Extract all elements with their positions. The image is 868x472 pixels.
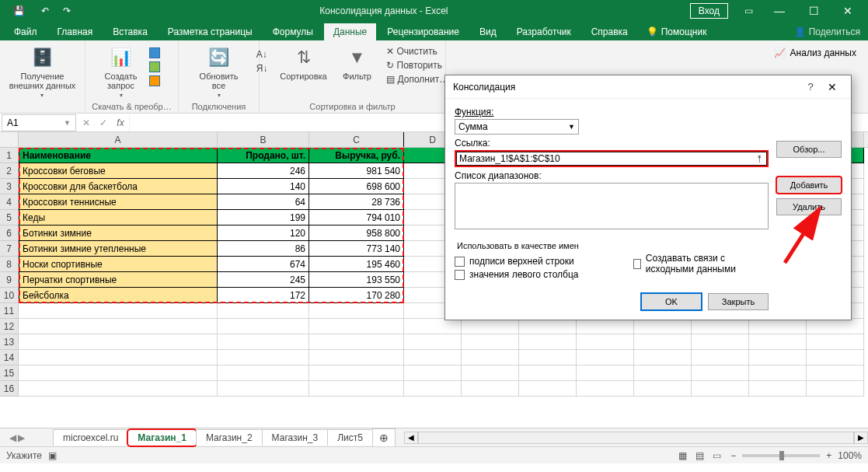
col-header[interactable]: C [309,132,404,147]
row-header[interactable]: 10 [0,288,19,303]
cell[interactable] [404,334,462,350]
cell[interactable] [19,365,218,381]
ribbon-options-icon[interactable]: ▭ [734,5,762,16]
function-select[interactable]: Сумма ▼ [455,119,579,135]
normal-view-icon[interactable]: ▦ [675,449,690,462]
cell[interactable] [634,381,692,397]
row-header[interactable]: 11 [0,303,19,319]
cell[interactable]: 199 [218,210,309,226]
cell[interactable]: 86 [218,241,309,257]
cell[interactable] [309,365,404,381]
cell[interactable] [807,334,864,350]
new-query-button[interactable]: 📊 Создать запрос ▾ [103,44,140,100]
cell[interactable] [404,365,462,381]
cell[interactable]: Бейсболка [19,288,218,303]
sheet-tab[interactable]: Магазин_2 [196,429,263,446]
row-header[interactable]: 9 [0,272,19,288]
sort-button[interactable]: ⇅ Сортировка [277,44,330,82]
cell[interactable]: Ботинки зимние утепленные [19,241,218,257]
data-analysis-button[interactable]: 📈 Анализ данных [770,45,860,61]
cell[interactable] [577,319,634,334]
col-header[interactable]: B [218,132,309,147]
cell[interactable] [309,303,404,319]
cell[interactable] [309,334,404,350]
cell[interactable]: Носки спортивные [19,257,218,272]
row-header[interactable]: 1 [0,148,19,163]
tab-scroll-left-icon[interactable]: ◀ [9,432,16,443]
row-header[interactable]: 13 [0,334,19,350]
cell[interactable] [19,319,218,334]
tab-insert[interactable]: Вставка [103,23,157,40]
cell[interactable]: Кроссовки теннисные [19,194,218,210]
macro-record-icon[interactable]: ▣ [48,450,57,461]
maximize-button[interactable]: ☐ [797,0,831,22]
cell[interactable]: 28 736 [309,194,404,210]
cell[interactable]: Кеды [19,210,218,226]
get-external-data-button[interactable]: 🗄️ Получение внешних данных ▾ [8,44,78,100]
collapse-dialog-icon[interactable]: ⭱ [755,154,764,163]
sheet-tab[interactable]: Магазин_3 [262,429,329,446]
browse-button[interactable]: Обзор... [776,141,842,158]
top-row-checkbox[interactable]: подписи верхней строки [455,256,610,267]
assistant-button[interactable]: 💡Помощник [639,23,715,40]
cell[interactable] [692,319,749,334]
cell[interactable]: Продано, шт. [218,148,309,163]
cell[interactable] [577,381,634,397]
cell[interactable] [309,381,404,397]
cell[interactable] [462,319,519,334]
enter-formula-icon[interactable]: ✓ [95,117,112,128]
cell[interactable]: 246 [218,163,309,179]
share-button[interactable]: 👤 Поделиться [786,23,868,40]
cell[interactable] [218,303,309,319]
cell[interactable] [807,365,864,381]
add-button[interactable]: Добавить [776,177,842,194]
zoom-in-icon[interactable]: + [826,450,831,461]
cell[interactable]: 698 600 [309,179,404,194]
cell[interactable] [462,381,519,397]
left-col-checkbox[interactable]: значения левого столбца [455,269,610,280]
qat-redo-icon[interactable]: ↷ [56,5,78,16]
cell[interactable]: Кроссовки для баскетбола [19,179,218,194]
tab-scroll-right-icon[interactable]: ▶ [18,432,25,443]
clear-filter-button[interactable]: ✕ Очистить [385,45,451,58]
cell[interactable] [404,319,462,334]
tab-help[interactable]: Справка [582,23,637,40]
login-button[interactable]: Вход [690,3,728,19]
cell[interactable] [692,381,749,397]
cell[interactable] [634,319,692,334]
cell[interactable]: 773 140 [309,241,404,257]
select-all-corner[interactable] [0,132,19,147]
cell[interactable] [19,350,218,365]
row-header[interactable]: 4 [0,194,19,210]
cell[interactable] [807,319,864,334]
dialog-titlebar[interactable]: Консолидация ? ✕ [445,75,851,99]
cell[interactable] [19,334,218,350]
tab-formulas[interactable]: Формулы [263,23,322,40]
reference-input[interactable]: Магазин_1!$A$1:$C$10 ⭱ [455,150,769,167]
cell[interactable]: Перчатки спортивные [19,272,218,288]
sheet-tab[interactable]: microexcel.ru [53,429,128,446]
cell[interactable] [692,350,749,365]
zoom-out-icon[interactable]: − [730,450,736,461]
cell[interactable] [519,350,577,365]
cell[interactable]: Выручка, руб. [309,148,404,163]
cell[interactable] [577,334,634,350]
advanced-filter-button[interactable]: ▤ Дополнит… [385,73,451,86]
cell[interactable] [749,365,807,381]
cell[interactable] [749,350,807,365]
cell[interactable] [749,334,807,350]
filter-button[interactable]: ▼ Фильтр [338,44,377,82]
cell[interactable] [519,334,577,350]
cell[interactable] [462,350,519,365]
row-header[interactable]: 2 [0,163,19,179]
cell[interactable] [218,365,309,381]
cell[interactable] [19,381,218,397]
cell[interactable]: 172 [218,288,309,303]
page-layout-view-icon[interactable]: ▤ [692,449,707,462]
row-header[interactable]: 12 [0,319,19,334]
sheet-tab[interactable]: Лист5 [327,429,373,446]
cell[interactable]: 170 280 [309,288,404,303]
tab-layout[interactable]: Разметка страницы [159,23,262,40]
tab-developer[interactable]: Разработчик [507,23,580,40]
cell[interactable]: 120 [218,226,309,241]
